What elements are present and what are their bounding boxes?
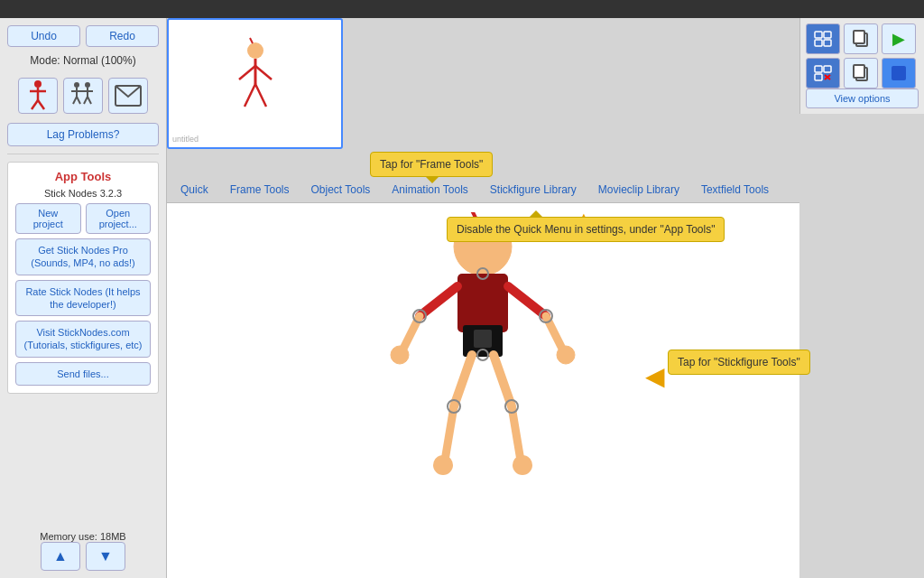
svg-rect-41 — [474, 330, 492, 348]
version-text: Stick Nodes 3.2.3 — [15, 188, 151, 199]
tab-object-tools[interactable]: Object Tools — [302, 180, 380, 200]
get-pro-button[interactable]: Get Stick Nodes Pro (Sounds, MP4, no ads… — [15, 238, 151, 275]
svg-point-53 — [513, 455, 532, 475]
svg-line-13 — [84, 97, 88, 104]
divider1 — [7, 154, 159, 154]
svg-line-9 — [77, 97, 80, 104]
svg-rect-23 — [824, 66, 831, 72]
tooltip-stickfigure: Tap for "Stickfigure Tools" — [668, 350, 810, 375]
stickfigure-tools-arrow: ◀ — [645, 361, 665, 391]
svg-line-51 — [494, 355, 512, 406]
icon-row — [7, 74, 159, 117]
thumbnail-filename: untitled — [172, 135, 199, 144]
top-bar — [0, 0, 924, 18]
svg-rect-39 — [457, 274, 508, 332]
svg-rect-19 — [824, 40, 831, 46]
svg-point-30 — [247, 42, 263, 59]
lag-problems-button[interactable]: Lag Problems? — [7, 123, 159, 146]
tab-stickfigure-library[interactable]: Stickfigure Library — [481, 180, 586, 200]
project-buttons: New project Open project... — [15, 203, 151, 234]
app-tools-section: App Tools Stick Nodes 3.2.3 New project … — [7, 162, 159, 394]
main-canvas[interactable]: ◀ Tap for "Stickfigure Tools" — [167, 203, 799, 578]
tab-quick[interactable]: Quick — [171, 180, 217, 200]
svg-line-33 — [239, 66, 255, 79]
toolbar-icon-row-2 — [806, 58, 919, 89]
svg-rect-21 — [854, 31, 864, 43]
svg-line-42 — [420, 286, 457, 316]
svg-point-44 — [391, 346, 409, 364]
app-tools-title: App Tools — [15, 170, 151, 183]
arrow-buttons: ▲ ▼ — [7, 542, 159, 571]
tab-textfield-tools[interactable]: Textfield Tools — [692, 180, 778, 200]
svg-line-8 — [73, 97, 77, 104]
svg-rect-28 — [854, 65, 864, 78]
svg-point-5 — [74, 82, 79, 88]
svg-point-47 — [557, 346, 575, 364]
thumbnail-stickfigure — [219, 34, 291, 134]
undo-redo-row: Undo Redo — [7, 25, 159, 47]
scroll-up-button[interactable]: ▲ — [41, 542, 80, 571]
svg-rect-16 — [815, 32, 822, 38]
undo-button[interactable]: Undo — [7, 25, 80, 47]
tooltip-frame-tools: Tap for "Frame Tools" — [370, 152, 493, 177]
svg-point-0 — [34, 80, 42, 88]
mode-text: Mode: Normal (100%) — [7, 52, 159, 69]
redo-button[interactable]: Redo — [86, 25, 159, 47]
svg-line-4 — [38, 100, 44, 109]
new-project-button[interactable]: New project — [15, 203, 81, 234]
copy2-icon-btn[interactable] — [844, 58, 878, 89]
main-stickfigure — [347, 212, 618, 519]
frames-icon-btn[interactable] — [806, 23, 840, 54]
tab-movieclip-library[interactable]: Movieclip Library — [589, 180, 688, 200]
svg-point-50 — [433, 455, 453, 475]
open-project-button[interactable]: Open project... — [86, 203, 152, 234]
svg-rect-24 — [815, 74, 822, 80]
rate-button[interactable]: Rate Stick Nodes (It helps the developer… — [15, 280, 151, 317]
svg-line-35 — [245, 84, 255, 107]
canvas-background: untitled ▲ Tap for "Frame Tools" Quick F… — [167, 18, 799, 578]
sidebar-bottom: Memory use: 18MB ▲ ▼ — [7, 531, 159, 571]
envelope-icon-btn[interactable] — [108, 78, 148, 114]
fill-icon-btn[interactable] — [882, 58, 916, 89]
toolbar-icon-row-1: ▶ — [806, 23, 919, 54]
settings-x-icon-btn[interactable] — [806, 58, 840, 89]
svg-point-10 — [85, 82, 90, 88]
visit-button[interactable]: Visit StickNodes.com (Tutorials, stickfi… — [15, 321, 151, 358]
group-stickfigure-icon-btn[interactable] — [63, 78, 103, 114]
svg-line-31 — [250, 38, 253, 43]
tooltip-quick-menu: Disable the Quick Menu in settings, unde… — [447, 217, 725, 242]
svg-line-48 — [454, 355, 472, 406]
right-panel: ▶ — [167, 18, 924, 578]
nav-tabs: Quick Frame Tools Object Tools Animation… — [167, 176, 799, 203]
svg-line-14 — [88, 97, 91, 104]
svg-line-49 — [445, 406, 454, 461]
play-icon-btn[interactable]: ▶ — [882, 23, 916, 54]
sidebar: Undo Redo Mode: Normal (100%) — [0, 18, 167, 578]
view-options-button[interactable]: View options — [806, 89, 919, 108]
svg-rect-22 — [815, 66, 822, 72]
svg-rect-29 — [892, 66, 906, 80]
svg-line-34 — [255, 66, 272, 79]
svg-line-3 — [32, 100, 38, 109]
thumbnail-preview: untitled — [167, 18, 343, 149]
svg-line-36 — [255, 84, 266, 107]
tab-frame-tools[interactable]: Frame Tools — [221, 180, 299, 200]
svg-line-52 — [512, 406, 521, 461]
scroll-down-button[interactable]: ▼ — [86, 542, 125, 571]
stickfigure-icon-btn[interactable] — [18, 78, 58, 114]
svg-rect-18 — [815, 40, 822, 46]
right-toolbar: ▶ — [799, 18, 924, 114]
memory-text: Memory use: 18MB — [7, 531, 159, 542]
send-files-button[interactable]: Send files... — [15, 362, 151, 386]
svg-rect-17 — [824, 32, 831, 38]
copy-icon-btn[interactable] — [844, 23, 878, 54]
svg-line-45 — [508, 286, 546, 316]
